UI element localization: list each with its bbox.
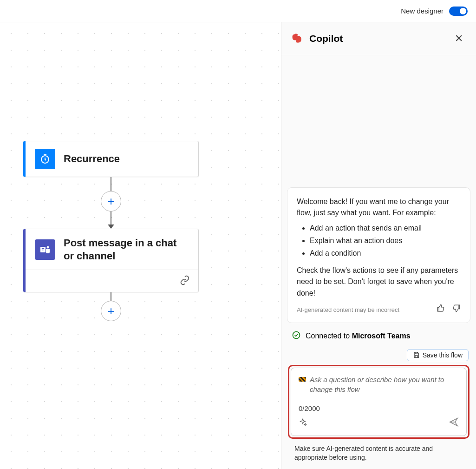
connected-prefix: Connected to <box>306 332 352 340</box>
copilot-welcome-message: Welcome back! If you want me to change y… <box>287 187 470 323</box>
welcome-outro: Check the flow's actions to see if any p… <box>297 265 461 299</box>
new-designer-toggle[interactable] <box>449 7 468 16</box>
save-flow-button[interactable]: Save this flow <box>407 349 469 361</box>
action-title: Post message in a chat or channel <box>64 237 189 262</box>
close-icon[interactable]: ✕ <box>451 31 467 46</box>
svg-text:T: T <box>42 247 45 252</box>
sparkle-icon[interactable] <box>299 418 307 428</box>
clock-icon <box>35 149 55 169</box>
suggestion-item: Add an action that sends an email <box>310 223 461 234</box>
plus-icon: + <box>107 195 114 207</box>
send-icon[interactable] <box>449 417 459 429</box>
svg-point-4 <box>293 331 300 338</box>
copilot-logo-icon <box>291 32 304 45</box>
welcome-intro: Welcome back! If you want me to change y… <box>297 196 461 219</box>
connected-service: Microsoft Teams <box>352 332 411 340</box>
trigger-title: Recurrence <box>64 152 120 165</box>
flow-canvas[interactable]: Recurrence + T <box>0 22 281 469</box>
construction-icon <box>299 377 306 382</box>
copilot-title: Copilot <box>309 33 445 44</box>
ai-disclaimer: Make sure AI-generated content is accura… <box>287 443 470 469</box>
save-icon <box>413 351 420 358</box>
trigger-card-recurrence[interactable]: Recurrence <box>23 141 199 177</box>
plus-icon: + <box>107 305 114 317</box>
add-step-button[interactable]: + <box>101 301 121 321</box>
thumbs-up-icon[interactable] <box>437 304 445 316</box>
teams-icon: T <box>35 239 55 260</box>
suggestion-item: Explain what an action does <box>310 235 461 247</box>
input-placeholder: Ask a question or describe how you want … <box>310 375 459 394</box>
top-toolbar: New designer <box>0 0 476 22</box>
save-label: Save this flow <box>423 351 463 359</box>
connector: + <box>101 177 121 229</box>
suggestion-item: Add a condition <box>310 248 461 259</box>
copilot-input[interactable]: Ask a question or describe how you want … <box>291 368 467 436</box>
add-step-button[interactable]: + <box>101 191 121 211</box>
copilot-panel: Copilot ✕ Welcome back! If you want me t… <box>281 22 476 469</box>
connection-status: Connected to Microsoft Teams <box>287 323 470 349</box>
new-designer-label: New designer <box>401 7 443 15</box>
check-circle-icon <box>292 330 301 342</box>
char-counter: 0/2000 <box>299 404 459 412</box>
toggle-knob <box>460 8 466 14</box>
thumbs-down-icon[interactable] <box>452 304 461 316</box>
connector: + <box>101 292 121 321</box>
copilot-input-highlight: Ask a question or describe how you want … <box>288 365 469 439</box>
action-card-post-message[interactable]: T Post message in a chat or channel <box>23 229 199 292</box>
svg-point-3 <box>47 246 49 248</box>
ai-disclaimer-inline: AI-generated content may be incorrect <box>297 305 399 315</box>
link-icon[interactable] <box>180 275 190 287</box>
